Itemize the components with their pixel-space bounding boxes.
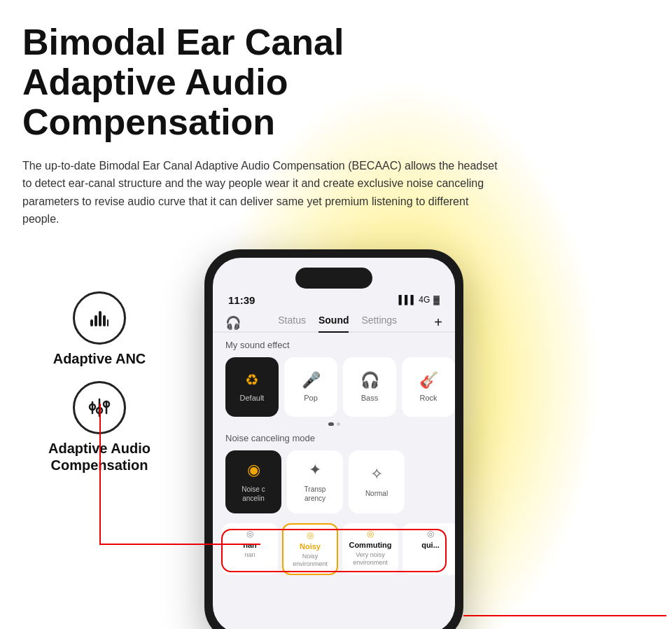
- svg-rect-0: [90, 319, 93, 326]
- nan-mode-desc: nan: [244, 551, 255, 559]
- status-time: 11:39: [228, 294, 255, 306]
- pop-icon: 🎤: [302, 371, 321, 389]
- quiet-mode-icon: ◎: [427, 529, 434, 539]
- effect-card-default[interactable]: ♻ Default: [225, 357, 279, 417]
- rock-label: Rock: [419, 394, 437, 402]
- normal-label: Normal: [365, 489, 388, 498]
- plus-icon[interactable]: +: [434, 314, 442, 331]
- mode-selector: ◎ nan nan ◎ Noisy Noisy environment: [213, 519, 455, 578]
- status-icons: ▌▌▌ 4G ▓: [398, 295, 440, 305]
- annotation-line-vertical: [99, 403, 101, 544]
- svg-rect-1: [94, 315, 97, 326]
- nav-bar: 🎧 Status Sound Settings +: [213, 309, 455, 333]
- svg-rect-3: [103, 315, 106, 326]
- phone-mockup: 11:39 ▌▌▌ 4G ▓ 🎧 Status Sound Settings: [204, 249, 463, 629]
- noisy-mode-icon: ◎: [307, 530, 314, 540]
- bass-label: Bass: [361, 394, 378, 402]
- noise-card-canceling[interactable]: ◉ Noise cancelin: [225, 450, 281, 513]
- commuting-mode-icon: ◎: [367, 529, 374, 539]
- page-title: Bimodal Ear Canal Adaptive Audio Compens…: [22, 22, 498, 143]
- noisy-mode-desc: Noisy environment: [288, 553, 332, 568]
- mode-item-commuting[interactable]: ◎ Commuting Very noisy environment: [342, 523, 398, 575]
- effect-card-pop[interactable]: 🎤 Pop: [284, 357, 337, 417]
- pop-label: Pop: [304, 394, 318, 402]
- bottom-section: Adaptive ANC Adaptive AudioCompensation: [22, 249, 650, 629]
- annotation-line-right: [463, 615, 666, 616]
- mode-item-noisy[interactable]: ◎ Noisy Noisy environment: [282, 523, 338, 575]
- dot-2: [337, 422, 340, 426]
- transparency-label: Transparency: [304, 485, 326, 503]
- noise-cancel-icon: ◉: [247, 461, 260, 479]
- phone-body: 11:39 ▌▌▌ 4G ▓ 🎧 Status Sound Settings: [204, 249, 463, 629]
- noise-modes-row: ◉ Noise cancelin ✦ Transparency ✧ Normal: [213, 448, 455, 519]
- anc-waveform-icon: [87, 305, 112, 331]
- adaptive-anc-item: Adaptive ANC: [22, 291, 176, 367]
- adaptive-anc-label: Adaptive ANC: [53, 350, 146, 367]
- page-description: The up-to-date Bimodal Ear Canal Adaptiv…: [22, 157, 498, 228]
- signal-icon: ▌▌▌ 4G: [398, 295, 430, 305]
- noise-section-label: Noise canceling mode: [213, 431, 455, 448]
- left-icons-column: Adaptive ANC Adaptive AudioCompensation: [22, 249, 176, 474]
- default-label: Default: [240, 394, 265, 402]
- quiet-mode-name: qui...: [421, 541, 440, 549]
- nan-mode-name: nan: [243, 541, 257, 549]
- noisy-mode-name: Noisy: [300, 542, 321, 551]
- rock-icon: 🎸: [419, 371, 438, 389]
- noise-card-transparency[interactable]: ✦ Transparency: [287, 450, 343, 513]
- nav-tabs: Status Sound Settings: [278, 314, 397, 331]
- noise-card-normal[interactable]: ✧ Normal: [349, 450, 405, 513]
- commuting-mode-name: Commuting: [349, 541, 391, 549]
- pagination-dots: [213, 422, 455, 426]
- headphone-icon: 🎧: [225, 315, 241, 331]
- adaptive-anc-icon-circle: [73, 291, 126, 345]
- sound-section-label: My sound effect: [213, 333, 455, 354]
- tab-status[interactable]: Status: [278, 314, 306, 331]
- nan-mode-icon: ◎: [246, 529, 253, 539]
- phone-screen: 11:39 ▌▌▌ 4G ▓ 🎧 Status Sound Settings: [213, 258, 455, 629]
- mode-item-nan[interactable]: ◎ nan nan: [222, 523, 278, 575]
- annotation-line-horizontal: [99, 544, 260, 545]
- normal-icon: ✧: [370, 465, 383, 483]
- mode-selector-wrapper: ◎ nan nan ◎ Noisy Noisy environment: [213, 519, 455, 578]
- mode-item-quiet[interactable]: ◎ qui...: [402, 523, 455, 575]
- default-icon: ♻: [245, 371, 259, 389]
- effect-card-rock[interactable]: 🎸 Rock: [402, 357, 455, 417]
- bass-icon: 🎧: [360, 371, 379, 389]
- effect-card-bass[interactable]: 🎧 Bass: [343, 357, 396, 417]
- noise-cancel-label: Noise cancelin: [241, 485, 265, 503]
- dot-1: [328, 422, 334, 426]
- commuting-mode-desc: Very noisy environment: [346, 551, 394, 567]
- tab-settings[interactable]: Settings: [361, 314, 397, 331]
- svg-rect-4: [107, 319, 108, 326]
- svg-rect-2: [99, 311, 102, 326]
- battery-icon: ▓: [433, 295, 440, 305]
- tab-sound[interactable]: Sound: [318, 314, 349, 333]
- transparency-icon: ✦: [309, 461, 321, 479]
- dynamic-island: [295, 268, 372, 289]
- sound-effects-row: ♻ Default 🎤 Pop 🎧 Bass: [213, 354, 455, 422]
